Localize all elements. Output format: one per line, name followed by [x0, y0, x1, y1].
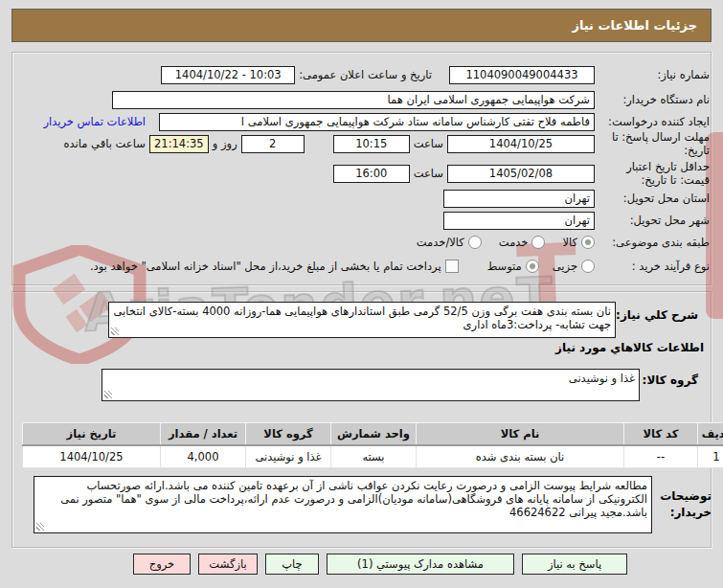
city-row: شهر محل تحویل: تهران	[19, 211, 710, 230]
need-number-label: شماره نیاز:	[599, 68, 710, 81]
goods-table-body: 1--نان بسته بندی شدهبستهغذا و نوشیدنی4,0…	[23, 445, 723, 468]
table-cell: نان بسته بندی شده	[417, 445, 624, 468]
announce-datetime-input[interactable]: 1404/10/22 - 10:03	[161, 66, 295, 84]
column-header: گروه کالا	[246, 423, 331, 446]
process-type-row: نوع فرآیند خرید : جزیی متوسط پرداخت تمام…	[19, 257, 710, 276]
radio-goods[interactable]	[581, 236, 595, 249]
column-header: واحد شمارش	[331, 423, 417, 446]
action-buttons: پاسخ به نیاز مشاهده مدارک پیوستي (1) چاپ…	[133, 554, 627, 575]
request-creator-label: ایجاد کننده درخواست:	[599, 115, 710, 128]
goods-table: ردیفکد کالانام کالاواحد شمارشگروه کالاتع…	[22, 422, 723, 468]
price-validity-label: حداقل تاریخ اعتبار قیمت: تا تاریخ:	[599, 160, 710, 187]
print-button[interactable]: چاپ	[265, 554, 319, 575]
request-creator-row: ایجاد کننده درخواست: فاطمه فلاح تفتی کار…	[19, 112, 710, 131]
deadline-label: مهلت ارسال پاسخ: تا تاریخ:	[599, 130, 710, 157]
deadline-time-label: ساعت	[414, 137, 443, 150]
title-bar: جزئیات اطلاعات نیاز	[11, 9, 712, 42]
province-input[interactable]: تهران	[443, 190, 595, 208]
table-cell: 1404/10/25	[23, 445, 161, 468]
remaining-days-input[interactable]: 2	[241, 135, 305, 153]
countdown-timer: 21:14:35	[149, 135, 209, 153]
price-validity-time-label: ساعت	[414, 167, 443, 180]
goods-group-label: گروه کالا:	[637, 373, 698, 387]
deadline-time-input[interactable]: 10:15	[333, 135, 410, 153]
city-label: شهر محل تحویل:	[599, 214, 710, 227]
buyer-notes-textarea[interactable]: مطالعه شرایط پیوست الزامی و درصورت رعایت…	[34, 476, 652, 533]
buyer-notes-label: توضیحات خریدار:	[652, 488, 712, 521]
subject-class-row: طبقه بندی موضوعی: کالا خدمت کالا/خدمت	[19, 233, 710, 252]
column-header: تعداد / مقدار	[161, 423, 246, 446]
need-description-textarea[interactable]: نان بسته بندی هفت برگی وزن 52/5 گرمی طبق…	[108, 302, 616, 338]
goods-table-header-row: ردیفکد کالانام کالاواحد شمارشگروه کالاتع…	[23, 423, 723, 446]
buyer-contact-link[interactable]: اطلاعات تماس خریدار	[43, 115, 146, 128]
back-button[interactable]: بازگشت	[198, 554, 258, 575]
need-details-page: AriaTender.neT T جزئیات اطلاعات نیاز شما…	[0, 0, 723, 588]
province-row: استان محل تحویل: تهران	[19, 189, 710, 208]
radio-goods-label: کالا	[562, 236, 577, 249]
goods-group-textarea[interactable]: غذا و نوشیدنی	[102, 369, 640, 401]
table-cell: 4,000	[161, 445, 246, 468]
column-header: ردیف	[698, 423, 723, 446]
province-label: استان محل تحویل:	[599, 192, 710, 205]
goods-section-title: اطلاعات کالاهاي مورد نیاز	[555, 341, 704, 354]
respond-to-need-button[interactable]: پاسخ به نیاز	[522, 554, 627, 575]
radio-partial-label: جزیی	[553, 260, 577, 273]
need-description-label: شرح کلي نیاز:	[602, 308, 698, 322]
page-title: جزئیات اطلاعات نیاز	[558, 18, 711, 33]
treasury-docs-checkbox-label: پرداخت تمام یا بخشی از مبلغ خرید،از محل …	[90, 260, 441, 273]
table-cell: بسته	[331, 445, 417, 468]
radio-goods-service[interactable]	[468, 236, 482, 249]
request-creator-input[interactable]: فاطمه فلاح تفتی کارشناس سامانه ستاد شرکت…	[159, 113, 595, 131]
days-and-label: روز و	[213, 137, 237, 150]
radio-service[interactable]	[531, 236, 545, 249]
need-number-row: شماره نیاز: 1104090049004433 تاریخ و ساع…	[19, 65, 710, 84]
view-attached-documents-button[interactable]: مشاهده مدارک پیوستي (1)	[327, 554, 514, 575]
table-row: 1--نان بسته بندی شدهبستهغذا و نوشیدنی4,0…	[23, 445, 723, 468]
process-type-label: نوع فرآیند خرید :	[599, 260, 710, 273]
table-cell: --	[624, 445, 698, 468]
column-header: کد کالا	[624, 423, 698, 446]
deadline-row: مهلت ارسال پاسخ: تا تاریخ: 1404/10/25 سا…	[19, 134, 710, 153]
radio-medium[interactable]	[526, 260, 539, 273]
price-validity-time-input[interactable]: 16:00	[333, 165, 410, 183]
treasury-docs-checkbox[interactable]	[445, 260, 459, 273]
buyer-org-input[interactable]: شرکت هواپیمایی جمهوری اسلامی ایران هما	[112, 91, 595, 109]
announce-datetime-label: تاریخ و ساعت اعلان عمومی:	[299, 68, 432, 81]
deadline-date-input[interactable]: 1404/10/25	[447, 135, 595, 153]
table-cell: غذا و نوشیدنی	[246, 445, 331, 468]
need-number-input[interactable]: 1104090049004433	[449, 66, 595, 84]
buyer-org-row: نام دستگاه خریدار: شرکت هواپیمایی جمهوری…	[19, 90, 710, 109]
price-validity-row: حداقل تاریخ اعتبار قیمت: تا تاریخ: 1405/…	[19, 164, 710, 183]
buyer-org-label: نام دستگاه خریدار:	[599, 93, 710, 106]
hours-remaining-label: ساعت باقي مانده	[64, 137, 146, 150]
radio-partial[interactable]	[581, 260, 595, 273]
subject-class-label: طبقه بندی موضوعی:	[599, 236, 710, 249]
column-header: تاریخ نیاز	[23, 423, 161, 446]
table-cell: 1	[698, 445, 723, 468]
exit-button[interactable]: خروج	[133, 554, 191, 575]
radio-goods-service-label: کالا/خدمت	[417, 236, 464, 249]
column-header: نام کالا	[417, 423, 624, 446]
radio-medium-label: متوسط	[487, 260, 522, 273]
radio-service-label: خدمت	[499, 236, 529, 249]
city-input[interactable]: تهران	[443, 212, 595, 230]
price-validity-date-input[interactable]: 1405/02/08	[447, 165, 595, 183]
